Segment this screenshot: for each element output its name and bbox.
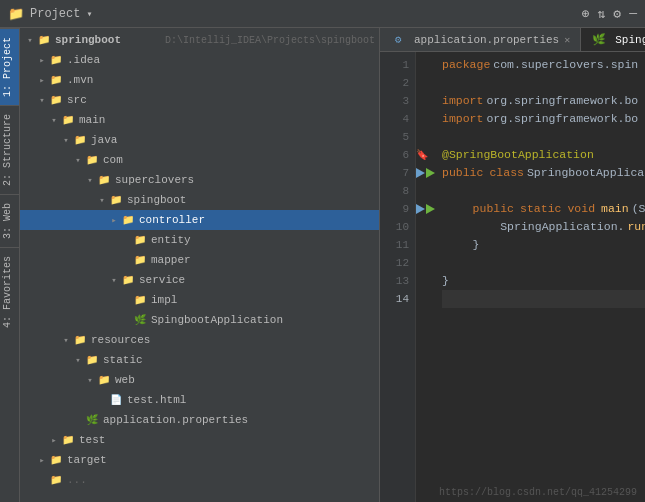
label-main: main: [79, 114, 375, 126]
spring-icon-appprops: 🌿: [84, 413, 100, 427]
label-com: com: [103, 154, 375, 166]
arrow-superclovers: ▾: [84, 175, 96, 186]
tab-application-properties[interactable]: ⚙ application.properties ✕: [380, 28, 581, 51]
code-line-5: [442, 128, 645, 146]
tree-item-service[interactable]: ▾ 📁 service: [20, 270, 379, 290]
sidebar-tab-project[interactable]: 1: Project: [0, 28, 19, 105]
project-dropdown[interactable]: ▾: [86, 8, 92, 20]
linenum-13: 13: [380, 272, 415, 290]
tree-item-mvn[interactable]: ▸ 📁 .mvn: [20, 70, 379, 90]
linenum-5: 5: [380, 128, 415, 146]
tree-item-web[interactable]: ▾ 📁 web: [20, 370, 379, 390]
code-lines[interactable]: package com.superclovers.spin import org…: [434, 52, 645, 502]
code-line-7: public class SpringbootApplica: [442, 164, 645, 182]
linenum-7: 7: [380, 164, 415, 182]
tree-item-test[interactable]: ▸ 📁 test: [20, 430, 379, 450]
linenum-14: 14: [380, 290, 415, 308]
code-line-1: package com.superclovers.spin: [442, 56, 645, 74]
label-springboot: springboot: [55, 34, 161, 46]
arrow-spingboot-pkg: ▾: [96, 195, 108, 206]
editor-area: ⚙ application.properties ✕ 🌿 SpingbootAp…: [380, 28, 645, 502]
folder-icon-test: 📁: [60, 433, 76, 447]
tree-item-appprops[interactable]: 🌿 application.properties: [20, 410, 379, 430]
code-line-2: [442, 74, 645, 92]
html-icon-testhtml: 📄: [108, 393, 124, 407]
gutter-7[interactable]: [416, 164, 434, 182]
tree-item-spingboot-pkg[interactable]: ▾ 📁 spingboot: [20, 190, 379, 210]
tree-item-mapper[interactable]: 📁 mapper: [20, 250, 379, 270]
keyword-static-9: static: [520, 200, 561, 218]
arrow-springboot: ▾: [24, 35, 36, 46]
tree-item-controller[interactable]: ▸ 📁 controller: [20, 210, 379, 230]
sidebar-tab-structure[interactable]: 2: Structure: [0, 105, 19, 194]
label-idea: .idea: [67, 54, 375, 66]
tree-item-com[interactable]: ▾ 📁 com: [20, 150, 379, 170]
tree-item-impl[interactable]: 📁 impl: [20, 290, 379, 310]
tree-item-static[interactable]: ▾ 📁 static: [20, 350, 379, 370]
gutter-10: [416, 218, 434, 236]
tree-item-springapp[interactable]: 🌿 SpingbootApplication: [20, 310, 379, 330]
keyword-import-3: import: [442, 92, 483, 110]
linenum-10: 10: [380, 218, 415, 236]
sidebar-tab-web[interactable]: 3: Web: [0, 194, 19, 247]
spring-icon-springapp: 🌿: [132, 313, 148, 327]
settings-icon[interactable]: ⚙: [613, 6, 621, 22]
code-line-4: import org.springframework.bo: [442, 110, 645, 128]
code-text-1: com.superclovers.spin: [493, 56, 638, 74]
folder-icon-service: 📁: [120, 273, 136, 287]
tree-item-src[interactable]: ▾ 📁 src: [20, 90, 379, 110]
folder-icon-mvn: 📁: [48, 73, 64, 87]
folder-icon-more: 📁: [48, 473, 64, 487]
tab-label-properties: application.properties: [414, 34, 559, 46]
tree-item-testhtml[interactable]: 📄 test.html: [20, 390, 379, 410]
editor-content[interactable]: 1 2 3 4 5 6 7 8 9 10 11 12 13 14: [380, 52, 645, 502]
tree-item-superclovers[interactable]: ▾ 📁 superclovers: [20, 170, 379, 190]
keyword-public-9: public: [473, 200, 514, 218]
label-appprops: application.properties: [103, 414, 375, 426]
gutter: 🔖: [416, 52, 434, 502]
code-line-14: [442, 290, 645, 308]
label-mvn: .mvn: [67, 74, 375, 86]
linenum-3: 3: [380, 92, 415, 110]
tree-item-resources[interactable]: ▾ 📁 resources: [20, 330, 379, 350]
label-controller: controller: [139, 214, 375, 226]
top-bar: 📁 Project ▾ ⊕ ⇅ ⚙ —: [0, 0, 645, 28]
bookmark-icon-6: 🔖: [416, 149, 428, 161]
arrow-controller: ▸: [108, 215, 120, 226]
label-superclovers: superclovers: [115, 174, 375, 186]
code-line-6: @SpringBootApplication: [442, 146, 645, 164]
code-text-4: org.springframework.bo: [486, 110, 638, 128]
tree-item-springboot[interactable]: ▾ 📁 springboot D:\Intellij_IDEA\Projects…: [20, 30, 379, 50]
top-bar-left: 📁 Project ▾: [8, 6, 582, 22]
tree-item-target[interactable]: ▸ 📁 target: [20, 450, 379, 470]
tree-item-java[interactable]: ▾ 📁 java: [20, 130, 379, 150]
gutter-4: [416, 110, 434, 128]
tree-item-more[interactable]: 📁 ...: [20, 470, 379, 490]
sort-icon[interactable]: ⇅: [598, 6, 606, 22]
folder-icon-com: 📁: [84, 153, 100, 167]
code-line-12: [442, 254, 645, 272]
sidebar-tab-favorites[interactable]: 4: Favorites: [0, 247, 19, 336]
folder-icon-spingboot-pkg: 📁: [108, 193, 124, 207]
folder-icon-controller: 📁: [120, 213, 136, 227]
tree-item-main[interactable]: ▾ 📁 main: [20, 110, 379, 130]
indent-11: [442, 236, 470, 254]
left-sidebar-tabs: 1: Project 2: Structure 3: Web 4: Favori…: [0, 28, 20, 502]
tree-item-idea[interactable]: ▸ 📁 .idea: [20, 50, 379, 70]
run-icon-7[interactable]: [416, 168, 435, 178]
label-entity: entity: [151, 234, 375, 246]
code-line-9: public static void main (S: [442, 200, 645, 218]
minimize-icon[interactable]: —: [629, 6, 637, 21]
tab-close-properties[interactable]: ✕: [564, 34, 570, 46]
label-mapper: mapper: [151, 254, 375, 266]
run-icon-9[interactable]: [416, 204, 435, 214]
code-line-8: [442, 182, 645, 200]
add-icon[interactable]: ⊕: [582, 6, 590, 22]
tab-springboot-app[interactable]: 🌿 SpingbootAppl...: [581, 28, 645, 51]
gutter-8: [416, 182, 434, 200]
label-more: ...: [67, 474, 375, 486]
properties-tab-icon: ⚙: [390, 33, 406, 47]
gutter-9[interactable]: [416, 200, 434, 218]
tree-item-entity[interactable]: 📁 entity: [20, 230, 379, 250]
linenum-1: 1: [380, 56, 415, 74]
